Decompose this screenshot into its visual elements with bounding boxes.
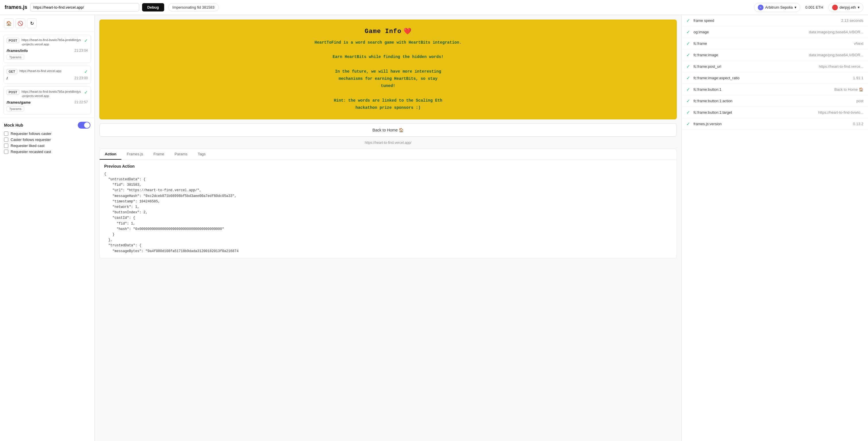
tab-params[interactable]: Params <box>169 149 193 159</box>
meta-key: frame speed <box>693 18 841 23</box>
meta-row: ✓ fc:frame:button:1:target https://heart… <box>682 107 868 118</box>
check-icon: ✓ <box>84 90 88 95</box>
network-selector[interactable]: A Arbitrum Sepolia ▾ <box>754 3 800 12</box>
cancel-button[interactable]: 🚫 <box>16 18 25 28</box>
mock-checkbox[interactable] <box>4 144 8 148</box>
main-layout: 🏠 🚫 ↻ POST https://heart-to-find-bvwlo7b… <box>0 15 868 441</box>
tab-action[interactable]: Action <box>100 149 121 159</box>
json-block: { "untrustedData": { "fid": 381583, "url… <box>104 171 672 254</box>
meta-check-icon: ✓ <box>686 98 690 104</box>
mock-hub: Mock Hub Requester follows casterCaster … <box>0 117 94 159</box>
chevron-down-icon: ▾ <box>795 5 797 9</box>
network-icon: A <box>758 5 764 10</box>
mock-hub-title: Mock Hub <box>4 123 23 127</box>
meta-check-icon: ✓ <box>686 41 690 46</box>
params-button[interactable]: ?params <box>7 55 24 60</box>
meta-key: frames.js:version <box>693 122 853 126</box>
meta-key: fc:frame:image:aspect_ratio <box>693 76 853 80</box>
network-label: Arbitrum Sepolia <box>765 5 793 9</box>
mock-hub-toggle[interactable] <box>78 122 90 129</box>
meta-check-icon: ✓ <box>686 110 690 115</box>
action-title: Previous Action <box>104 164 672 169</box>
meta-row: ✓ fc:frame:post_url https://heart-to-fin… <box>682 61 868 72</box>
url-input[interactable] <box>30 3 139 11</box>
mock-options: Requester follows casterCaster follows r… <box>4 131 90 154</box>
method-badge: GET <box>7 69 17 74</box>
meta-key: fc:frame:button:1 <box>693 87 834 92</box>
mock-checkbox[interactable] <box>4 131 8 136</box>
tab-frames.js[interactable]: Frames.js <box>121 149 148 159</box>
meta-check-icon: ✓ <box>686 75 690 81</box>
frame-title: Game Info <box>365 28 402 35</box>
req-time: 21:23:04 <box>74 49 88 53</box>
mock-option-label: Requester follows caster <box>11 131 51 136</box>
req-time: 21:22:57 <box>74 100 88 104</box>
left-panel: 🏠 🚫 ↻ POST https://heart-to-find-bvwlo7b… <box>0 15 95 441</box>
center-panel: Game Info ❤️ HeartToFind is a word searc… <box>95 15 681 441</box>
frame-heart-icon: ❤️ <box>404 28 411 35</box>
refresh-button[interactable]: ↻ <box>27 18 37 28</box>
meta-check-icon: ✓ <box>686 29 690 35</box>
logo: frames.js <box>5 4 27 10</box>
check-icon: ✓ <box>84 69 88 75</box>
icon-row: 🏠 🚫 ↻ <box>0 15 94 32</box>
mock-option: Caster follows requester <box>4 138 90 142</box>
meta-check-icon: ✓ <box>686 64 690 69</box>
meta-key: fc:frame <box>693 41 854 46</box>
request-card[interactable]: POST https://heart-to-find-bvwlo7b5a-jer… <box>3 35 91 63</box>
meta-check-icon: ✓ <box>686 87 690 92</box>
req-time: 21:23:00 <box>74 76 88 80</box>
req-path: / <box>7 76 8 80</box>
meta-key: fc:frame:button:1:action <box>693 99 856 103</box>
mock-option: Requester recasted cast <box>4 150 90 154</box>
meta-row: ✓ fc:frame:button:1 Back to Home 🏠 <box>682 84 868 95</box>
debug-button[interactable]: Debug <box>142 3 164 11</box>
meta-key: fc:frame:image <box>693 53 809 57</box>
meta-value: 1.91:1 <box>853 76 863 80</box>
back-to-home-button[interactable]: Back to Home 🏠 <box>99 123 677 137</box>
meta-value: https://heart-to-find-bvwlo... <box>818 110 863 115</box>
check-icon: ✓ <box>84 38 88 43</box>
topbar: frames.js Debug Impersonating fid 381583… <box>0 0 868 15</box>
req-path: /frames/info <box>7 49 28 53</box>
req-path: /frames/game <box>7 100 31 105</box>
tab-frame[interactable]: Frame <box>148 149 169 159</box>
home-button[interactable]: 🏠 <box>4 18 14 28</box>
mock-checkbox[interactable] <box>4 150 8 154</box>
action-panel: ActionFrames.jsFrameParamsTags Previous … <box>99 149 677 258</box>
meta-value: vNext <box>854 41 863 46</box>
meta-row: ✓ frame speed 2.13 seconds <box>682 15 868 26</box>
wallet-selector[interactable]: derpyj.eth ▾ <box>828 3 863 12</box>
params-button[interactable]: ?params <box>7 106 24 111</box>
req-url: https://heart-to-find-bvwlo7b5a-jereldli… <box>22 90 82 98</box>
request-card[interactable]: POST https://heart-to-find-bvwlo7b5a-jer… <box>3 86 91 115</box>
impersonate-badge: Impersonating fid 381583 <box>168 3 219 11</box>
meta-check-icon: ✓ <box>686 52 690 58</box>
chevron-down-icon: ▾ <box>858 5 860 9</box>
wallet-label: derpyj.eth <box>840 5 856 9</box>
meta-row: ✓ fc:frame vNext <box>682 38 868 49</box>
mock-option-label: Requester recasted cast <box>11 150 51 154</box>
meta-value: data:image/png;base64,iVBOR... <box>809 53 863 57</box>
method-badge: POST <box>7 90 19 95</box>
eth-balance: 0.001 ETH <box>803 5 826 9</box>
avatar <box>832 5 838 10</box>
meta-key: fc:frame:post_url <box>693 64 819 69</box>
meta-check-icon: ✓ <box>686 121 690 127</box>
meta-value: https://heart-to-find.verce... <box>819 64 863 69</box>
metadata-list: ✓ frame speed 2.13 seconds ✓ og:image da… <box>682 15 868 130</box>
req-url: https://heart-to-find.vercel.app <box>20 69 82 73</box>
tabs-row: ActionFrames.jsFrameParamsTags <box>100 149 677 160</box>
action-content: Previous Action { "untrustedData": { "fi… <box>100 160 677 258</box>
meta-value: post <box>856 99 863 103</box>
request-card[interactable]: GET https://heart-to-find.vercel.app ✓ /… <box>3 66 91 84</box>
meta-key: og:image <box>693 30 809 34</box>
meta-row: ✓ og:image data:image/png;base64,iVBOR..… <box>682 26 868 38</box>
meta-value: 0.13.2 <box>853 122 863 126</box>
right-panel: ✓ frame speed 2.13 seconds ✓ og:image da… <box>681 15 868 441</box>
frame-url: https://heart-to-find.vercel.app/ <box>99 141 677 145</box>
tab-tags[interactable]: Tags <box>193 149 211 159</box>
mock-option-label: Requester liked cast <box>11 144 44 148</box>
meta-key: fc:frame:button:1:target <box>693 110 818 115</box>
mock-checkbox[interactable] <box>4 138 8 142</box>
